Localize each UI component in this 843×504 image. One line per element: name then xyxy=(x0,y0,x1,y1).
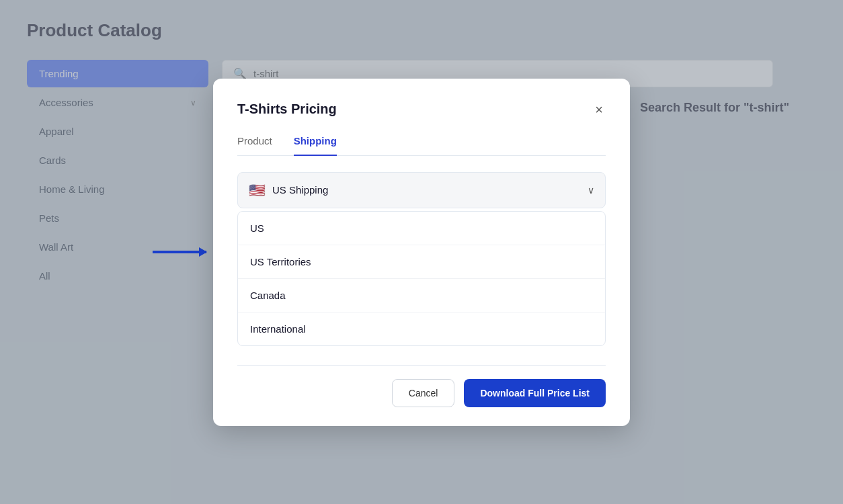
dropdown-chevron-icon: ∨ xyxy=(588,185,594,196)
download-button[interactable]: Download Full Price List xyxy=(464,379,606,407)
modal-title: T-Shirts Pricing xyxy=(237,101,337,117)
cancel-button[interactable]: Cancel xyxy=(392,379,455,407)
modal-header: T-Shirts Pricing × xyxy=(237,100,606,119)
us-flag-icon: 🇺🇸 xyxy=(249,182,266,198)
pricing-modal: T-Shirts Pricing × Product Shipping 🇺🇸 U… xyxy=(213,79,630,426)
modal-overlay: T-Shirts Pricing × Product Shipping 🇺🇸 U… xyxy=(0,0,843,504)
arrow-annotation xyxy=(153,251,206,253)
shipping-dropdown-container: 🇺🇸 US Shipping ∨ US US Territories Canad… xyxy=(237,172,606,346)
modal-tabs: Product Shipping xyxy=(237,135,606,156)
dropdown-selected-label: US Shipping xyxy=(272,184,588,196)
arrow-line xyxy=(153,251,206,253)
option-us[interactable]: US xyxy=(238,212,605,245)
tab-product[interactable]: Product xyxy=(237,135,272,156)
dropdown-options-list: US US Territories Canada International xyxy=(237,211,606,346)
option-canada[interactable]: Canada xyxy=(238,279,605,312)
tab-shipping[interactable]: Shipping xyxy=(294,135,337,156)
option-us-territories[interactable]: US Territories xyxy=(238,245,605,279)
shipping-dropdown[interactable]: 🇺🇸 US Shipping ∨ xyxy=(237,172,606,208)
modal-close-button[interactable]: × xyxy=(592,100,606,119)
option-international[interactable]: International xyxy=(238,312,605,345)
modal-footer: Cancel Download Full Price List xyxy=(237,365,606,407)
modal-wrapper: T-Shirts Pricing × Product Shipping 🇺🇸 U… xyxy=(213,79,630,426)
